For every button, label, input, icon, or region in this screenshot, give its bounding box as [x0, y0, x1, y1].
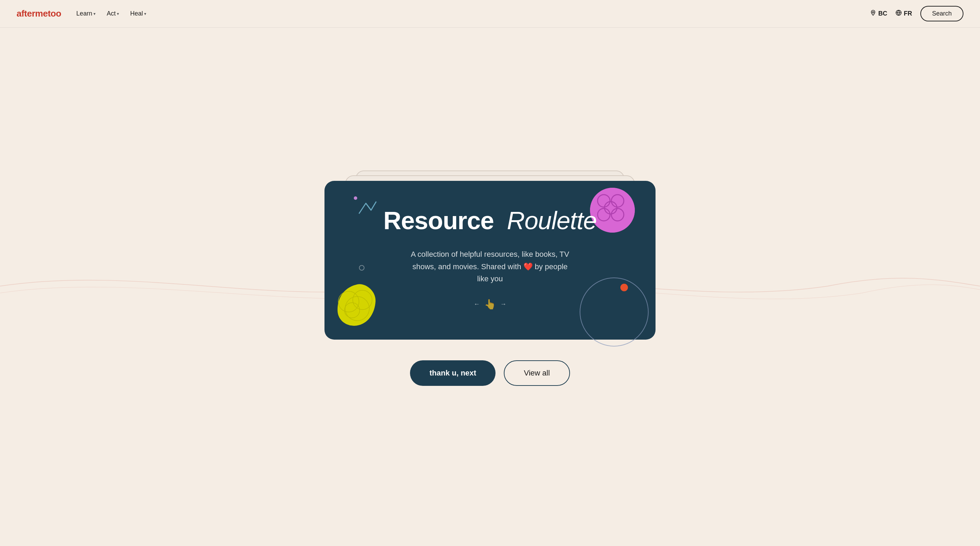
action-buttons: thank u, next View all	[410, 360, 570, 386]
small-circle-decoration	[359, 265, 364, 271]
nav-item-act[interactable]: Act ▾	[102, 7, 123, 20]
location-icon	[870, 10, 876, 18]
view-all-button[interactable]: View all	[504, 360, 570, 386]
zigzag-decoration	[352, 195, 380, 224]
language-label: FR	[904, 10, 912, 17]
logo[interactable]: aftermetoo	[17, 8, 61, 19]
nav-links: Learn ▾ Act ▾ Heal ▾	[72, 7, 150, 20]
search-button[interactable]: Search	[920, 6, 963, 21]
location-label: BC	[878, 10, 887, 17]
arrow-left-icon: ←	[474, 301, 480, 308]
chevron-down-icon: ▾	[144, 11, 146, 16]
chevron-down-icon: ▾	[117, 11, 119, 16]
title-italic: Roulette	[507, 207, 597, 234]
orange-dot-decoration	[620, 284, 628, 291]
nav-right: BC FR Search	[870, 6, 963, 21]
heart-emoji: ❤️	[523, 262, 535, 271]
thank-u-next-button[interactable]: thank u, next	[410, 360, 496, 386]
resource-roulette-card[interactable]: Resource Roulette A collection of helpfu…	[325, 181, 655, 340]
location-selector[interactable]: BC	[870, 10, 887, 18]
nav-item-heal[interactable]: Heal ▾	[126, 7, 150, 20]
nav-label-learn: Learn	[76, 10, 92, 17]
svg-point-4	[590, 188, 635, 233]
nav-label-heal: Heal	[130, 10, 143, 17]
card-description: A collection of helpful resources, like …	[407, 248, 573, 285]
title-bold: Resource	[383, 207, 494, 234]
arrow-right-icon: →	[500, 301, 507, 308]
yellow-blob	[335, 281, 380, 329]
language-selector[interactable]: FR	[896, 10, 912, 18]
polka-dot-ball	[590, 188, 635, 233]
swipe-hint: ← 👆 →	[383, 299, 597, 310]
chevron-down-icon: ▾	[94, 11, 95, 16]
main-content: Resource Roulette A collection of helpfu…	[0, 28, 980, 546]
nav-label-act: Act	[107, 10, 116, 17]
navbar: aftermetoo Learn ▾ Act ▾ Heal ▾ BC	[0, 0, 980, 28]
hand-pointer-icon: 👆	[484, 299, 496, 310]
nav-left: aftermetoo Learn ▾ Act ▾ Heal ▾	[17, 7, 150, 20]
card-content: Resource Roulette A collection of helpfu…	[383, 207, 597, 310]
svg-point-3	[354, 196, 357, 200]
nav-item-learn[interactable]: Learn ▾	[72, 7, 100, 20]
card-stack: Resource Roulette A collection of helpfu…	[325, 181, 655, 340]
svg-point-0	[872, 11, 874, 13]
globe-icon	[896, 10, 902, 18]
card-title: Resource Roulette	[383, 207, 597, 234]
